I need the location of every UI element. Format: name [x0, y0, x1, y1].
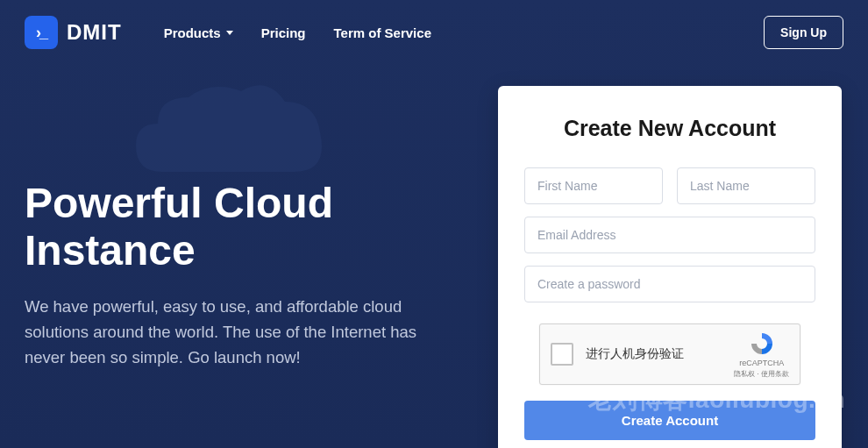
- nav-products-label: Products: [164, 25, 221, 40]
- cloud-decoration: [127, 75, 329, 172]
- nav-terms-label: Term of Service: [334, 25, 431, 40]
- nav-links: Products Pricing Term of Service: [164, 25, 431, 40]
- recaptcha-branding: reCAPTCHA 隐私权 · 使用条款: [734, 331, 789, 379]
- terminal-icon: [25, 16, 58, 49]
- nav-products[interactable]: Products: [164, 25, 233, 40]
- chevron-down-icon: [226, 31, 233, 35]
- recaptcha-checkbox[interactable]: [551, 343, 573, 366]
- create-account-button[interactable]: Create Account: [524, 401, 815, 440]
- hero-subtitle: We have powerful, easy to use, and affor…: [25, 294, 445, 371]
- logo-text: DMIT: [67, 20, 122, 45]
- first-name-field[interactable]: [524, 167, 663, 204]
- signup-card: Create New Account 进行人机身份验证 reCAPTCHA 隐私…: [498, 86, 842, 448]
- hero-section: Powerful Cloud Instance We have powerful…: [25, 180, 445, 370]
- recaptcha-brand: reCAPTCHA: [739, 359, 784, 367]
- recaptcha-icon: [749, 331, 775, 357]
- nav-pricing[interactable]: Pricing: [261, 25, 306, 40]
- signup-button[interactable]: Sign Up: [764, 16, 843, 49]
- password-field[interactable]: [524, 266, 815, 302]
- email-field[interactable]: [524, 217, 815, 253]
- recaptcha-widget[interactable]: 进行人机身份验证 reCAPTCHA 隐私权 · 使用条款: [539, 324, 800, 385]
- last-name-field[interactable]: [677, 167, 815, 204]
- nav-pricing-label: Pricing: [261, 25, 306, 40]
- signup-card-title: Create New Account: [524, 116, 815, 141]
- nav-terms[interactable]: Term of Service: [334, 25, 431, 40]
- navbar: DMIT Products Pricing Term of Service Si…: [0, 0, 868, 65]
- hero-title: Powerful Cloud Instance: [25, 180, 445, 274]
- logo[interactable]: DMIT: [25, 16, 122, 49]
- recaptcha-label: 进行人机身份验证: [586, 346, 734, 362]
- recaptcha-terms: 隐私权 · 使用条款: [734, 369, 789, 379]
